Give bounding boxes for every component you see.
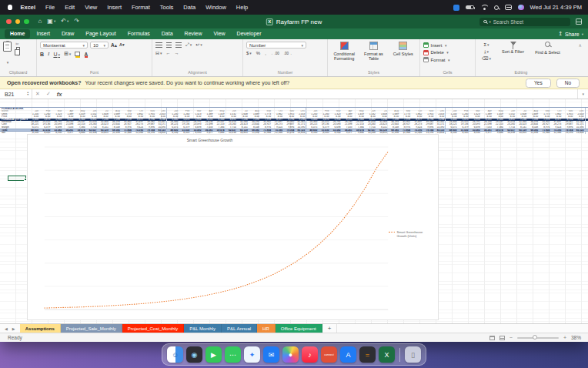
table-cell[interactable]: 9,896 <box>283 126 295 129</box>
table-cell[interactable]: 7,033 <box>202 126 213 129</box>
table-cell[interactable]: 83,123 <box>295 129 306 130</box>
table-cell[interactable]: 10,390 <box>295 126 306 129</box>
dock-icon-excel[interactable]: X <box>379 346 395 363</box>
menubar-item-data[interactable]: Data <box>179 4 201 11</box>
table-cell[interactable]: 8,141 <box>98 126 109 129</box>
table-cell[interactable]: 7,754 <box>504 126 516 129</box>
table-cell[interactable]: 8,141 <box>516 126 527 129</box>
table-cell[interactable]: 12,566 <box>550 132 562 134</box>
copy-icon[interactable] <box>16 47 20 52</box>
table-cell[interactable]: 59,074 <box>353 129 365 130</box>
table-cell[interactable]: 51,030 <box>457 129 469 130</box>
table-cell[interactable]: 7,033 <box>481 126 493 129</box>
undo-icon[interactable]: ↶▾ <box>61 18 68 25</box>
align-right-icon[interactable] <box>175 42 182 48</box>
table-cell[interactable]: 62,027 <box>226 129 237 130</box>
ribbon-tab-page-layout[interactable]: Page Layout <box>80 29 121 38</box>
ribbon-tab-draw[interactable]: Draw <box>56 29 79 38</box>
ribbon-tab-review[interactable]: Review <box>179 29 208 38</box>
increase-decimal-icon[interactable]: ←.00 <box>271 52 279 55</box>
insert-cells-button[interactable]: Insert <box>423 42 447 48</box>
dock-icon-facetime[interactable]: ▶ <box>205 346 222 363</box>
table-cell[interactable]: 8,976 <box>121 126 132 129</box>
table-cell[interactable]: 53,582 <box>190 129 202 130</box>
table-cell[interactable]: 9,896 <box>423 126 434 129</box>
table-cell[interactable]: 10,390 <box>155 126 167 129</box>
no-button[interactable]: No <box>556 79 580 88</box>
ribbon-tab-data[interactable]: Data <box>156 29 179 38</box>
table-cell[interactable]: 51,030 <box>39 129 51 130</box>
table-cell[interactable]: 10,390 <box>434 126 446 129</box>
table-cell[interactable]: 62,027 <box>85 129 97 130</box>
table-cell[interactable]: 65,129 <box>98 129 109 130</box>
table-cell[interactable]: 8,548 <box>249 126 260 129</box>
sheet-tab-office-equipment[interactable]: Office Equipment <box>276 324 322 333</box>
dock-icon-photo-booth[interactable]: ◉ <box>186 346 202 363</box>
bold-button[interactable]: B <box>40 52 44 57</box>
zoom-in-icon[interactable]: + <box>563 335 566 340</box>
app-badge-icon[interactable] <box>453 5 459 11</box>
table-cell[interactable]: 79,164 <box>423 129 434 130</box>
table-cell[interactable]: 75,395 <box>411 129 423 130</box>
table-cell[interactable]: 13,854 <box>573 132 585 134</box>
table-cell[interactable]: 9,377 <box>481 132 493 134</box>
table-cell[interactable]: 59,074 <box>74 129 85 130</box>
table-cell[interactable]: 68,385 <box>527 129 539 130</box>
table-cell[interactable]: 6,075 <box>446 126 457 129</box>
ribbon-tab-home[interactable]: Home <box>5 29 30 38</box>
dock-icon-safari[interactable]: ✦ <box>244 346 260 363</box>
table-cell[interactable]: 48,600 <box>446 129 457 130</box>
zoom-out-icon[interactable]: − <box>509 335 513 340</box>
table-cell[interactable]: 9,424 <box>411 126 423 129</box>
dock-icon-photos[interactable]: ● <box>282 346 299 363</box>
find-select-button[interactable]: Find & Select <box>535 42 560 55</box>
formula-input[interactable] <box>65 89 577 99</box>
cancel-entry-icon[interactable]: ✕ <box>32 91 43 97</box>
table-cell[interactable]: 56,261 <box>202 129 213 130</box>
decrease-decimal-icon[interactable]: .00→ <box>284 52 292 55</box>
battery-icon[interactable] <box>466 5 474 10</box>
menubar-item-view[interactable]: View <box>80 4 102 11</box>
table-cell[interactable]: 8,548 <box>109 126 121 129</box>
paste-button[interactable] <box>3 42 12 67</box>
table-cell[interactable]: 83,123 <box>573 129 585 130</box>
align-center-icon[interactable] <box>166 42 172 48</box>
table-cell[interactable]: 9,424 <box>132 126 144 129</box>
save-icon[interactable]: ▣▾ <box>47 18 55 25</box>
table-cell[interactable]: 53,582 <box>469 129 481 130</box>
menubar-item-edit[interactable]: Edit <box>60 4 80 11</box>
table-cell[interactable]: 59,074 <box>214 129 226 130</box>
zoom-slider[interactable] <box>517 337 559 339</box>
insert-function-icon[interactable]: fx <box>54 91 65 98</box>
table-cell[interactable]: 6,379 <box>179 126 190 129</box>
decrease-indent-icon[interactable]: ← <box>166 51 171 56</box>
menubar-item-tools[interactable]: Tools <box>155 4 179 11</box>
table-cell[interactable]: 79,164 <box>283 129 295 130</box>
italic-button[interactable]: I <box>48 51 49 57</box>
share-button[interactable]: ↥ Share ▾ <box>558 31 583 37</box>
underline-button[interactable]: U <box>53 52 60 57</box>
table-cell[interactable]: 7,384 <box>74 126 85 129</box>
home-icon[interactable]: ⌂ <box>38 18 42 25</box>
table-cell[interactable]: 71,804 <box>121 129 132 130</box>
table-cell[interactable]: 10,390 <box>573 126 585 129</box>
sheet-tab-hr[interactable]: HR <box>257 324 276 333</box>
table-cell[interactable]: 10,338 <box>504 132 516 134</box>
table-cell[interactable]: 79,164 <box>562 129 573 130</box>
table-cell[interactable]: 6,075 <box>28 126 39 129</box>
dock-icon-trash[interactable]: ▯ <box>405 346 421 363</box>
table-cell[interactable]: 9,424 <box>550 126 562 129</box>
table-cell[interactable]: 51,030 <box>179 129 190 130</box>
page-layout-view-icon[interactable] <box>499 336 505 340</box>
table-cell[interactable]: 6,698 <box>329 126 341 129</box>
table-cell[interactable]: 71,804 <box>260 129 272 130</box>
menubar-item-file[interactable]: File <box>41 4 60 11</box>
table-cell[interactable]: 8,100 <box>446 132 457 134</box>
siri-icon[interactable] <box>518 5 524 11</box>
table-cell[interactable]: 8,505 <box>457 132 469 134</box>
menubar-item-format[interactable]: Format <box>127 4 155 11</box>
search-sheet-field[interactable]: ▾ Search Sheet <box>479 18 570 26</box>
table-cell[interactable]: 83,123 <box>434 129 446 130</box>
table-cell[interactable]: 68,385 <box>388 129 399 130</box>
table-cell[interactable]: 8,976 <box>399 126 411 129</box>
